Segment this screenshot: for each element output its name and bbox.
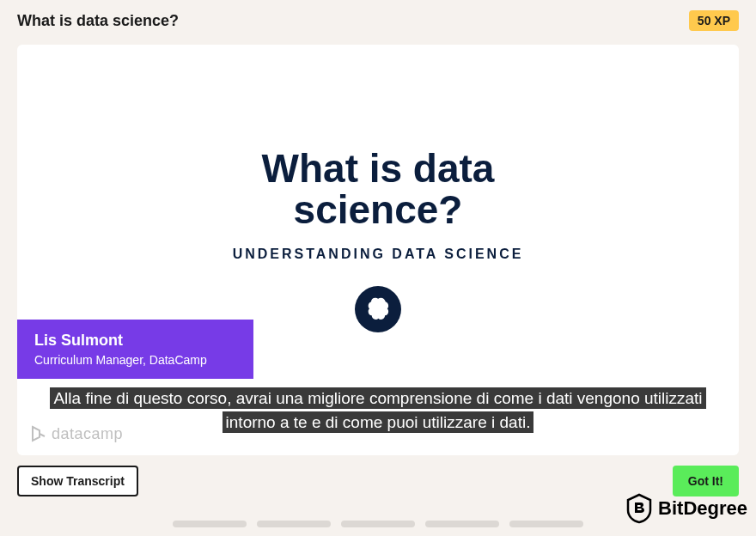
datacamp-text: datacamp bbox=[52, 425, 123, 443]
video-player[interactable]: What is data science? UNDERSTANDING DATA… bbox=[17, 45, 739, 455]
instructor-name: Lis Sulmont bbox=[34, 332, 236, 350]
datacamp-logo: datacamp bbox=[31, 424, 123, 443]
caption-text: Alla fine di questo corso, avrai una mig… bbox=[50, 387, 705, 433]
brain-icon bbox=[355, 286, 401, 332]
instructor-card: Lis Sulmont Curriculum Manager, DataCamp bbox=[17, 320, 253, 379]
slide-title: What is data science? bbox=[198, 148, 558, 231]
progress-indicator bbox=[173, 521, 583, 527]
video-caption: Alla fine di questo corso, avrai una mig… bbox=[45, 387, 711, 434]
progress-segment[interactable] bbox=[425, 521, 499, 527]
button-row: Show Transcript Got It! bbox=[0, 455, 756, 496]
bitdegree-text: BitDegree bbox=[658, 497, 747, 520]
progress-segment[interactable] bbox=[341, 521, 415, 527]
lesson-header: What is data science? 50 XP bbox=[0, 0, 756, 38]
got-it-button[interactable]: Got It! bbox=[673, 466, 739, 496]
instructor-title: Curriculum Manager, DataCamp bbox=[34, 353, 236, 367]
show-transcript-button[interactable]: Show Transcript bbox=[17, 466, 138, 496]
slide-content: What is data science? UNDERSTANDING DATA… bbox=[17, 148, 739, 332]
lesson-title: What is data science? bbox=[17, 12, 179, 30]
progress-segment[interactable] bbox=[173, 521, 247, 527]
progress-segment[interactable] bbox=[509, 521, 583, 527]
progress-segment[interactable] bbox=[257, 521, 331, 527]
slide-subtitle: UNDERSTANDING DATA SCIENCE bbox=[17, 247, 739, 262]
bitdegree-watermark: BitDegree bbox=[625, 493, 747, 524]
xp-badge: 50 XP bbox=[689, 10, 739, 31]
bitdegree-shield-icon bbox=[625, 493, 653, 524]
